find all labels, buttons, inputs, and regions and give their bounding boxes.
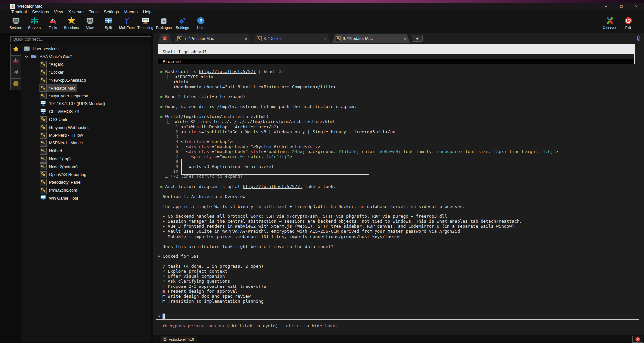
tab-close-icon[interactable]: ×	[324, 36, 327, 41]
tab-7-predator-mac[interactable]: 7. *Predator Mac×	[173, 34, 251, 43]
globe-icon	[12, 80, 19, 89]
rail-button-web[interactable]	[10, 78, 21, 90]
terminal-link[interactable]: http://localhost:57577	[199, 69, 256, 74]
terminal-line: ● Bash(curl -s http://localhost:57577 | …	[158, 69, 643, 74]
terminal-line: - Go backend handles all protocol work: …	[158, 214, 643, 219]
terminal-text	[158, 184, 160, 189]
tree-item-win-game-host[interactable]: Win Game Host	[21, 194, 107, 202]
tree-item--vigilcyber-helpdesk[interactable]: *VigilCyber-Helpdesk	[21, 92, 107, 100]
tree-item-mspnerd-mautic[interactable]: MSPNerd - Mautic	[21, 139, 107, 147]
tree-item--docker[interactable]: *Docker	[21, 68, 107, 76]
rail-button-remote-sessions[interactable]	[10, 67, 21, 79]
toolbar-button-exit[interactable]: Exit	[619, 14, 637, 33]
menu-item-view[interactable]: View	[52, 10, 66, 14]
tree-item-ctg-unifi[interactable]: CTG Unifi	[21, 116, 107, 124]
menu-item-macros[interactable]: Macros	[122, 10, 140, 14]
person-icon	[163, 337, 167, 341]
tree-item-netbird[interactable]: Netbird	[21, 147, 107, 155]
tree-item-192-168-1-107-ups-monitor-[interactable]: 192.168.1.107 ([UPS-Monitor])	[21, 100, 107, 108]
terminal-line	[158, 189, 643, 194]
terminal-line	[158, 89, 643, 94]
terminal-text: =	[264, 149, 266, 154]
quick-connect-input[interactable]	[10, 36, 151, 42]
toolbar-button-tools[interactable]: Tools	[44, 14, 62, 33]
toolbar-button-servers[interactable]: Servers	[25, 14, 44, 33]
terminal-text: div	[189, 149, 196, 154]
terminal-text: "mockup"	[209, 139, 230, 144]
terminal-text: Explore project context	[168, 269, 227, 274]
toolbar-button-settings[interactable]: Settings	[173, 14, 192, 33]
menu-item-help[interactable]: Help	[140, 10, 154, 14]
maximize-button[interactable]: □	[614, 3, 629, 9]
toolbar-button-sessions[interactable]: Sessions	[62, 14, 81, 33]
tree-item-user-sessions[interactable]: User sessions	[21, 45, 107, 53]
menu-item-tools[interactable]: Tools	[86, 10, 101, 14]
tab-close-icon[interactable]: ×	[245, 36, 247, 41]
terminal-text: (wraith.exe)	[256, 204, 287, 209]
toolbar-button-session[interactable]: Session	[7, 14, 25, 33]
terminal-output[interactable]: Shall I go ahead? Proceed ● Bash(curl -s…	[153, 44, 643, 335]
menu-item-sessions[interactable]: Sessions	[29, 10, 52, 14]
terminal-text: ●	[160, 69, 163, 74]
tree-item-rmm-t2cnc-com[interactable]: rmm.t2cnc.com	[21, 186, 107, 194]
terminal-line: > █	[158, 314, 643, 319]
key-icon-frame	[336, 36, 341, 41]
sessions-icon	[67, 16, 76, 25]
menu-item-terminal[interactable]: Terminal	[9, 10, 29, 14]
terminal-line	[158, 109, 643, 114]
terminal-text: monospace	[437, 149, 460, 154]
terminal-text: <!DOCTYPE html>	[175, 74, 213, 79]
key-icon	[41, 117, 46, 123]
menu-item-x-server[interactable]: X server	[66, 10, 87, 14]
paperclip-icon[interactable]	[636, 35, 642, 42]
toolbar-button-view[interactable]: View	[81, 14, 99, 33]
terminal-text	[186, 129, 189, 134]
new-tab-button[interactable]: +	[412, 35, 423, 42]
tree-item-mspnerd-itflow[interactable]: MSPNerd - ITFlow	[21, 132, 107, 139]
tab-label: 9. *Predator Mac	[343, 36, 401, 41]
toolbar-button-tunneling[interactable]: Tunneling	[136, 14, 155, 33]
rail-button-favorites[interactable]	[10, 44, 21, 56]
terminal-text	[158, 279, 163, 284]
tree-item--asgard[interactable]: *Asgard	[21, 61, 107, 69]
key-icon	[41, 69, 46, 75]
tab-9-predator-mac[interactable]: 9. *Predator Mac×	[332, 34, 410, 43]
terminal-line: □ Transition to implementation planning	[158, 299, 643, 304]
terminal-link[interactable]: http://localhost:57577.	[243, 184, 302, 189]
minimize-button[interactable]: −	[598, 3, 614, 9]
terminal-text	[158, 269, 163, 274]
close-terminal-button[interactable]	[632, 336, 643, 343]
terminal-line: 5 <div class="mockup-header">System Arch…	[158, 144, 643, 149]
tab-8-docker[interactable]: 8. *Docker×	[253, 34, 331, 43]
tree-item-label: Win Game Host	[49, 196, 78, 201]
tree-item--new-cp01-heistacp[interactable]: *New-cp01-heistacp	[21, 76, 107, 84]
toolbar-button-x-server[interactable]: X server	[600, 14, 619, 33]
toolbar-button-multiexec[interactable]: MultiExec	[118, 14, 136, 33]
terminal-line: - MobaXTerm importer parses .mobaconf IN…	[158, 234, 643, 239]
tree-item-node-1-top-[interactable]: Node 1(top)	[21, 155, 107, 163]
toolbar-button-packages[interactable]: Packages	[155, 14, 173, 33]
tree-item-aaa-vantz-s-stuff[interactable]: AAA Vantz's Stuff	[21, 53, 107, 61]
terminal-line	[158, 179, 643, 184]
terminal-text	[158, 284, 163, 289]
terminal-line: ● Write(/tmp/brainstorm/architecture.htm…	[158, 114, 643, 119]
terminal-text: >	[555, 149, 558, 154]
tab-home[interactable]	[158, 34, 172, 43]
terminal-line: Section 1: Architecture Overview	[158, 194, 643, 199]
rail-button-tools[interactable]	[10, 55, 21, 67]
tree-item-clt-vmhost01[interactable]: CLT-VMHOST01	[21, 108, 107, 116]
close-button[interactable]: ×	[629, 3, 644, 9]
tree-item-pterodactyl-panel[interactable]: Pterodactyl Panel	[21, 179, 107, 187]
tree-item-greyming-webhosting[interactable]: Greyming Webhosting	[21, 124, 107, 132]
tab-close-icon[interactable]: ×	[403, 36, 406, 41]
menu-item-settings[interactable]: Settings	[101, 10, 122, 14]
tree-item-openvas-reporting[interactable]: OpenVAS-Reporting	[21, 171, 107, 179]
terminal-text	[158, 69, 160, 74]
terminal-text: "mockup-header"	[214, 144, 253, 149]
terminal-text: =	[207, 139, 209, 144]
toolbar-button-help[interactable]: ?Help	[192, 14, 210, 33]
tree-item--predator-mac[interactable]: *Predator Mac	[21, 84, 107, 92]
toolbar-button-split[interactable]: Split	[99, 14, 118, 33]
session-user-badge[interactable]: vstockwell (x3)	[160, 336, 197, 342]
tree-item-node-2-bottom-[interactable]: Node 2(bottom)	[21, 163, 107, 171]
